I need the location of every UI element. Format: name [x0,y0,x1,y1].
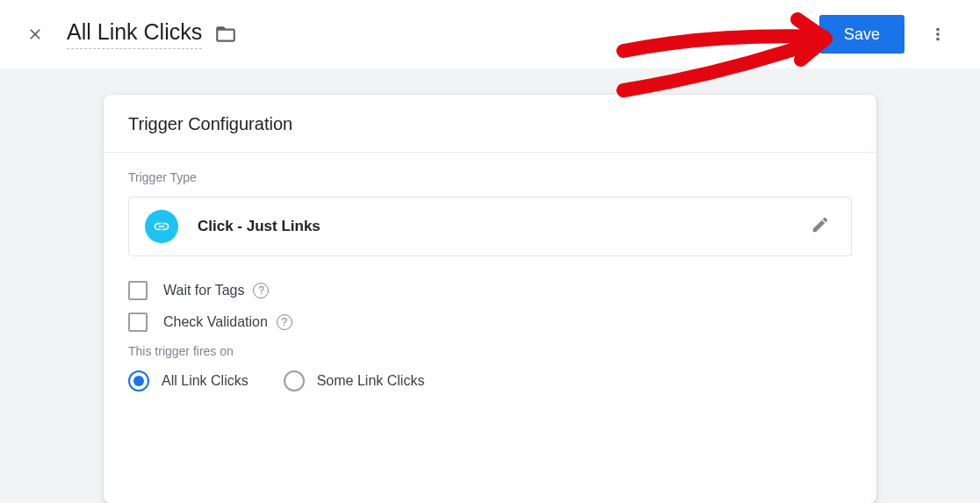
pencil-icon [811,215,830,234]
radio-some-link-clicks[interactable]: Some Link Clicks [284,370,425,392]
validation-help-icon[interactable]: ? [277,314,292,330]
check-validation-checkbox[interactable] [128,313,148,332]
radio-all-link-clicks[interactable]: All Link Clicks [128,370,249,392]
close-icon [26,25,44,43]
link-icon [145,210,178,243]
wait-for-tags-checkbox[interactable] [128,281,148,300]
folder-icon[interactable] [214,23,237,46]
edit-trigger-type-button[interactable] [805,210,835,243]
close-button[interactable] [18,17,53,52]
trigger-type-label: Trigger Type [128,170,852,184]
radio-icon [128,370,149,392]
fires-on-label: This trigger fires on [128,344,852,358]
card-title: Trigger Configuration [104,95,876,153]
radio-icon [284,370,305,392]
radio-some-label: Some Link Clicks [317,373,425,389]
kebab-icon [928,25,948,44]
radio-all-label: All Link Clicks [162,373,249,389]
trigger-config-card: Trigger Configuration Trigger Type Click… [104,95,876,503]
wait-for-tags-label: Wait for Tags [163,283,244,298]
more-options-button[interactable] [920,17,955,52]
save-button[interactable]: Save [819,15,904,54]
trigger-name-input[interactable]: All Link Clicks [67,19,202,49]
trigger-type-selector[interactable]: Click - Just Links [128,197,852,256]
check-validation-label: Check Validation [163,314,268,330]
wait-help-icon[interactable]: ? [253,283,269,298]
trigger-type-value: Click - Just Links [198,218,805,235]
